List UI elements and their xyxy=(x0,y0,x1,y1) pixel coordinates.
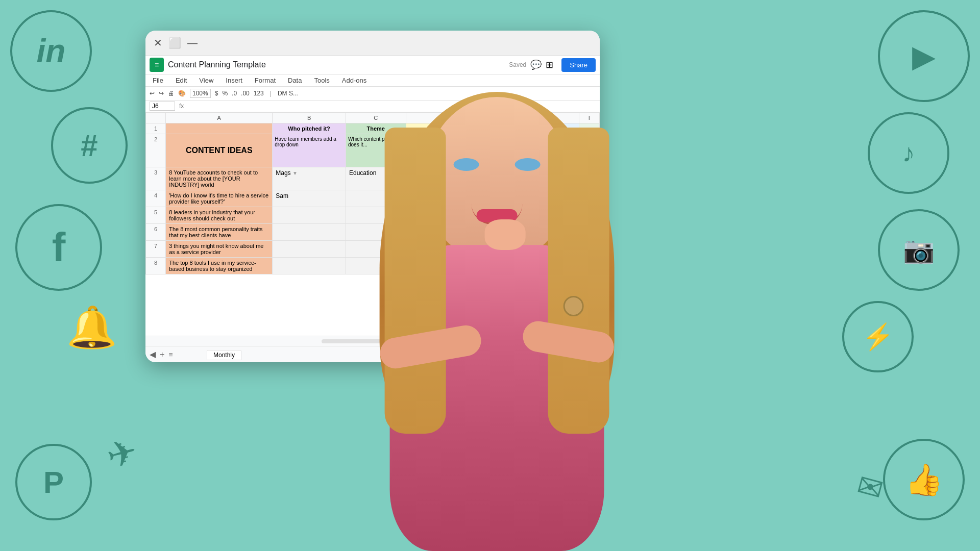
cell-a4[interactable]: 'How do I know it's time to hire a servi… xyxy=(166,190,273,207)
prev-sheet-button[interactable]: ◀ xyxy=(150,349,156,359)
horizontal-scrollbar[interactable] xyxy=(322,339,424,343)
cell-b3[interactable]: Mags ▼ xyxy=(273,167,346,190)
paint-format-button[interactable]: 🎨 xyxy=(178,90,186,97)
table-row-7: 7 3 things you might not know about me a… xyxy=(146,241,600,258)
cell-a3[interactable]: 8 YouTube accounts to check out to learn… xyxy=(166,167,273,190)
cell-i4[interactable] xyxy=(579,190,599,207)
share-button[interactable]: Share xyxy=(561,58,596,72)
format-decrease[interactable]: .0 xyxy=(232,90,237,97)
cell-g4[interactable]: Potentially with the xyxy=(406,190,506,207)
cell-h7[interactable]: Being Made ▼ xyxy=(506,241,579,258)
cell-g8[interactable] xyxy=(406,258,506,274)
maximize-button[interactable]: ⬜ xyxy=(168,37,181,49)
cell-c6[interactable] xyxy=(346,224,406,241)
cell-b2[interactable]: Have team members add a drop down xyxy=(273,134,346,167)
minimize-button[interactable]: — xyxy=(187,37,198,49)
cell-b6[interactable] xyxy=(273,224,346,241)
row-num-2: 2 xyxy=(146,134,166,167)
format-toolbar: ↩ ↪ 🖨 🎨 100% $ % .0 .00 123 | DM S... xyxy=(145,87,600,101)
present-icon[interactable]: ⊞ xyxy=(546,59,553,70)
cell-reference-input[interactable] xyxy=(150,102,175,111)
print-button[interactable]: 🖨 xyxy=(168,90,174,97)
table-row-4: 4 'How do I know it's time to hire a ser… xyxy=(146,190,600,207)
cell-h5[interactable]: Being Made ▼ xyxy=(506,207,579,224)
menu-format[interactable]: Format xyxy=(252,76,279,85)
sheet-tabs: ◀ + ≡ Monthly ▶ xyxy=(145,346,600,362)
cell-h3[interactable]: To Make ▼ xyxy=(506,167,579,190)
col-header-a[interactable]: A xyxy=(166,113,273,123)
undo-button[interactable]: ↩ xyxy=(150,90,155,97)
menu-view[interactable]: View xyxy=(196,76,216,85)
cell-a6[interactable]: The 8 most common personality traits tha… xyxy=(166,224,273,241)
sheet-tab-monthly[interactable]: Monthly xyxy=(207,350,241,360)
cell-c3[interactable]: Education xyxy=(346,167,406,190)
cell-i7[interactable] xyxy=(579,241,599,258)
menu-insert[interactable]: Insert xyxy=(223,76,246,85)
format-increase[interactable]: .00 xyxy=(241,90,250,97)
close-button[interactable]: ✕ xyxy=(154,37,162,49)
cell-g5[interactable] xyxy=(406,207,506,224)
cell-c4[interactable] xyxy=(346,190,406,207)
cell-c1: Theme xyxy=(346,123,406,134)
cell-b8[interactable] xyxy=(273,258,346,274)
row-num-3: 3 xyxy=(146,167,166,190)
cell-h6[interactable]: Scheduled ▼ xyxy=(506,224,579,241)
cell-g7[interactable] xyxy=(406,241,506,258)
cell-g3[interactable]: This could be a great one for an industr… xyxy=(406,167,506,190)
cell-a1[interactable] xyxy=(166,123,273,134)
scroll-bar[interactable] xyxy=(145,336,600,346)
col-header-i[interactable]: I xyxy=(579,113,599,123)
zoom-selector[interactable]: 100% xyxy=(190,89,211,98)
cell-i6[interactable] xyxy=(579,224,599,241)
cell-i3[interactable] xyxy=(579,167,599,190)
table-row-5: 5 8 leaders in your industry that your f… xyxy=(146,207,600,224)
cell-a5[interactable]: 8 leaders in your industry that your fol… xyxy=(166,207,273,224)
cell-i1[interactable] xyxy=(579,123,599,134)
col-header-g[interactable]: G xyxy=(406,113,506,123)
add-sheet-button[interactable]: + xyxy=(160,350,164,359)
cell-a2-content-ideas: CONTENT IDEAS xyxy=(166,134,273,167)
sheets-logo: ≡ xyxy=(150,58,164,72)
comment-icon[interactable]: 💬 xyxy=(530,59,542,70)
browser-window: ✕ ⬜ — ≡ Content Planning Template Saved … xyxy=(145,31,600,362)
col-header-c[interactable]: C xyxy=(346,113,406,123)
row-num-5: 5 xyxy=(146,207,166,224)
currency-button[interactable]: $ xyxy=(215,90,218,97)
sheet-list-button[interactable]: ≡ xyxy=(168,350,173,359)
cell-h4[interactable]: Being Made ▼ xyxy=(506,190,579,207)
redo-button[interactable]: ↪ xyxy=(159,90,164,97)
cell-h8[interactable]: ▼ xyxy=(506,258,579,274)
cell-c7[interactable] xyxy=(346,241,406,258)
menu-file[interactable]: File xyxy=(150,76,166,85)
number-format[interactable]: 123 xyxy=(254,90,264,97)
next-sheet-button[interactable]: ▶ xyxy=(590,350,596,359)
menu-addons[interactable]: Add-ons xyxy=(339,76,370,85)
menu-tools[interactable]: Tools xyxy=(311,76,332,85)
font-family[interactable]: DM S... xyxy=(278,90,298,97)
cell-c2[interactable]: Which content pillar does it... xyxy=(346,134,406,167)
cell-i5[interactable] xyxy=(579,207,599,224)
cell-a7[interactable]: 3 things you might not know about me as … xyxy=(166,241,273,258)
cell-b5[interactable] xyxy=(273,207,346,224)
menu-data[interactable]: Data xyxy=(285,76,305,85)
document-title[interactable]: Content Planning Template xyxy=(168,60,505,69)
cell-a8[interactable]: The top 8 tools I use in my service-base… xyxy=(166,258,273,274)
cell-g6[interactable] xyxy=(406,224,506,241)
cell-i8[interactable] xyxy=(579,258,599,274)
row-num-4: 4 xyxy=(146,190,166,207)
cell-i2[interactable] xyxy=(579,134,599,167)
cell-g1: Extra notes xyxy=(406,123,506,134)
percent-button[interactable]: % xyxy=(222,90,228,97)
col-header-b[interactable]: B xyxy=(273,113,346,123)
pinterest-icon: P xyxy=(15,444,92,520)
cell-b4[interactable]: Sam xyxy=(273,190,346,207)
cell-c5[interactable] xyxy=(346,207,406,224)
table-row-6: 6 The 8 most common personality traits t… xyxy=(146,224,600,241)
table-row-1: 1 Who pitched it? Theme Extra notes Stat… xyxy=(146,123,600,134)
cell-h1: Status xyxy=(506,123,579,134)
cell-c8[interactable] xyxy=(346,258,406,274)
cell-b7[interactable] xyxy=(273,241,346,258)
buzz-icon: ⚡ xyxy=(842,301,914,372)
col-header-h[interactable]: H xyxy=(506,113,579,123)
menu-edit[interactable]: Edit xyxy=(173,76,190,85)
